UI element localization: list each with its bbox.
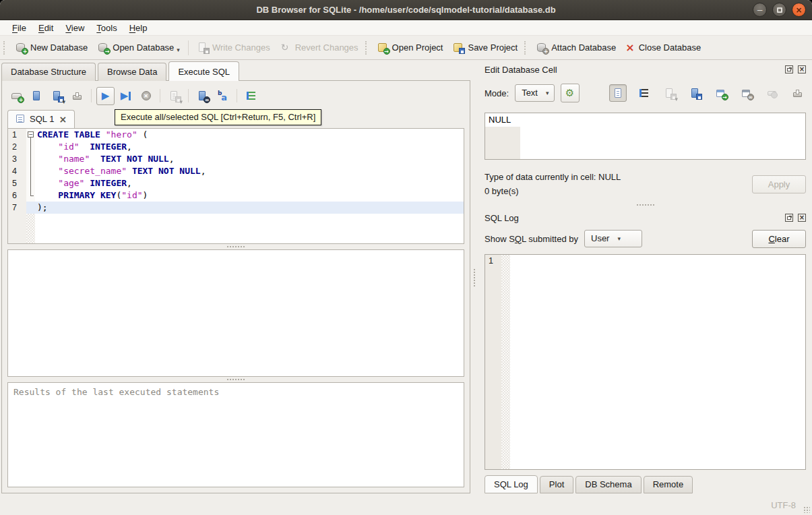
resize-grip[interactable] <box>803 506 810 513</box>
sql-log-float-button[interactable] <box>785 214 793 222</box>
close-sql-tab-icon[interactable]: × <box>59 115 67 124</box>
toolbar-grip[interactable] <box>3 41 7 55</box>
code-line-2[interactable]: 2 "id" INTEGER, <box>8 141 464 153</box>
execute-current-line-button[interactable]: ▶ <box>117 87 135 105</box>
tooltip: Execute all/selected SQL [Ctrl+Return, F… <box>115 109 321 125</box>
save-project-button[interactable]: Save Project <box>447 39 522 56</box>
main-toolbar: + New Database → Open Database ▾ Write C… <box>0 36 812 60</box>
code-text: "name" TEXT NOT NULL, <box>35 153 464 165</box>
write-changes-button[interactable]: Write Changes <box>192 39 275 56</box>
auto-switch-mode-button[interactable]: ⚙ <box>561 84 580 102</box>
encoding-indicator[interactable]: UTF-8 <box>771 500 796 510</box>
code-text: "id" INTEGER, <box>35 141 464 153</box>
right-pane: Edit Database Cell × Mode: Text ▾ ⚙ ▾ <box>476 60 812 495</box>
line-number: 3 <box>8 153 26 165</box>
menu-file[interactable]: File <box>6 22 32 34</box>
execute-line-icon: ▶ <box>121 91 129 101</box>
open-project-icon: → <box>377 42 388 53</box>
tab-database-structure[interactable]: Database Structure <box>1 63 96 81</box>
edit-cell-close-button[interactable]: × <box>798 65 806 73</box>
close-window-button[interactable]: × <box>792 3 806 17</box>
save-results-button[interactable]: ▾ <box>165 87 183 105</box>
results-message-splitter[interactable] <box>7 377 464 382</box>
revert-changes-button[interactable]: ↻ Revert Changes <box>275 39 363 56</box>
result-table-area[interactable] <box>7 249 464 377</box>
sql-log-filter-value: User <box>591 233 609 243</box>
find-button[interactable]: ∞ <box>193 87 212 105</box>
apply-button[interactable]: Apply <box>752 175 806 193</box>
open-sql-file-button[interactable] <box>28 87 46 105</box>
toolbar-grip[interactable] <box>524 41 528 55</box>
sql-code-lines: 1−CREATE TABLE "hero" (2 "id" INTEGER,3 … <box>8 129 464 243</box>
stop-execution-button[interactable]: × <box>137 87 155 105</box>
menu-edit[interactable]: Edit <box>32 22 59 34</box>
sql-toolbar-separator <box>188 89 189 102</box>
clear-log-button[interactable]: Clear <box>752 230 806 248</box>
toolbar-grip[interactable] <box>365 41 369 55</box>
line-number: 1 <box>8 129 26 141</box>
line-number: 6 <box>8 189 26 202</box>
sql-log-close-button[interactable]: × <box>798 214 806 222</box>
close-database-button[interactable]: × Close Database <box>621 40 706 56</box>
revert-changes-icon: ↻ <box>280 42 291 53</box>
maximize-button[interactable] <box>772 3 786 17</box>
fold-marker <box>26 141 35 153</box>
main-splitter[interactable] <box>472 60 476 495</box>
fold-marker[interactable]: − <box>26 129 35 141</box>
new-sql-tab-button[interactable]: + <box>7 87 26 105</box>
menu-view[interactable]: View <box>59 22 90 34</box>
word-wrap-button[interactable] <box>242 87 260 105</box>
menu-tools[interactable]: Tools <box>90 22 123 34</box>
export-data-button[interactable] <box>686 84 704 102</box>
attach-database-button[interactable]: + Attach Database <box>531 39 621 56</box>
set-null-button[interactable] <box>763 84 780 102</box>
tab-browse-data[interactable]: Browse Data <box>98 63 166 81</box>
sql-log-view[interactable]: 1 <box>485 254 806 470</box>
editor-results-splitter[interactable] <box>7 244 464 249</box>
code-line-7[interactable]: 7); <box>8 202 464 214</box>
sql-log-filter-select[interactable]: User ▾ <box>584 230 642 247</box>
code-line-3[interactable]: 3 "name" TEXT NOT NULL, <box>8 153 464 165</box>
dock-tab-remote[interactable]: Remote <box>644 476 693 493</box>
open-database-button[interactable]: → Open Database ▾ <box>92 39 185 56</box>
text-mode-button[interactable] <box>609 84 627 102</box>
sql-file-tab[interactable]: SQL 1 × <box>7 110 75 128</box>
tab-execute-sql[interactable]: Execute SQL <box>168 61 239 81</box>
dock-tab-sql-log[interactable]: SQL Log <box>485 475 538 493</box>
new-database-button[interactable]: + New Database <box>10 39 92 56</box>
maximize-icon <box>777 7 782 13</box>
execute-all-button[interactable]: ▶ <box>96 87 115 105</box>
copy-link-button[interactable]: ∞ <box>737 84 755 102</box>
sql-editor[interactable]: 1−CREATE TABLE "hero" (2 "id" INTEGER,3 … <box>7 128 464 244</box>
open-external-button[interactable]: → <box>712 84 729 102</box>
format-sql-button[interactable]: ba <box>214 87 232 105</box>
code-line-1[interactable]: 1−CREATE TABLE "hero" ( <box>8 129 464 141</box>
open-database-dropdown-icon[interactable]: ▾ <box>177 47 180 53</box>
cell-value-editor[interactable]: NULL <box>485 113 806 160</box>
edit-cell-float-button[interactable] <box>785 65 793 73</box>
minimize-icon: − <box>756 6 763 14</box>
code-line-4[interactable]: 4 "secret_name" TEXT NOT NULL, <box>8 165 464 177</box>
sql-toolbar: + ▾ ▶ ▶ × ▾ ∞ ba <box>7 84 464 108</box>
code-line-5[interactable]: 5 "age" INTEGER, <box>8 177 464 189</box>
dock-tab-db-schema[interactable]: DB Schema <box>575 476 641 493</box>
save-sql-file-button[interactable]: ▾ <box>48 87 66 105</box>
close-database-icon: × <box>625 42 634 53</box>
menu-help[interactable]: Help <box>123 22 154 34</box>
results-message-area[interactable]: Results of the last executed statements <box>7 382 464 487</box>
import-data-button[interactable]: ▾ <box>660 84 678 102</box>
minimize-button[interactable]: − <box>753 3 767 17</box>
open-project-button[interactable]: → Open Project <box>372 39 448 56</box>
sql-toolbar-separator <box>237 89 237 102</box>
code-line-6[interactable]: 6 PRIMARY KEY("id") <box>8 189 464 202</box>
print-cell-button[interactable] <box>788 84 806 102</box>
word-wrap-icon <box>639 89 648 97</box>
sql-log-filter-row: Show SQL submitted by User ▾ Clear <box>485 227 806 250</box>
word-wrap-cell-button[interactable] <box>635 84 652 102</box>
dock-splitter[interactable] <box>485 200 806 210</box>
dock-tab-plot[interactable]: Plot <box>540 476 573 493</box>
cell-value-text: NULL <box>489 115 511 125</box>
mode-select[interactable]: Text ▾ <box>515 84 554 102</box>
print-sql-button[interactable] <box>68 87 86 105</box>
export-icon <box>689 88 701 99</box>
